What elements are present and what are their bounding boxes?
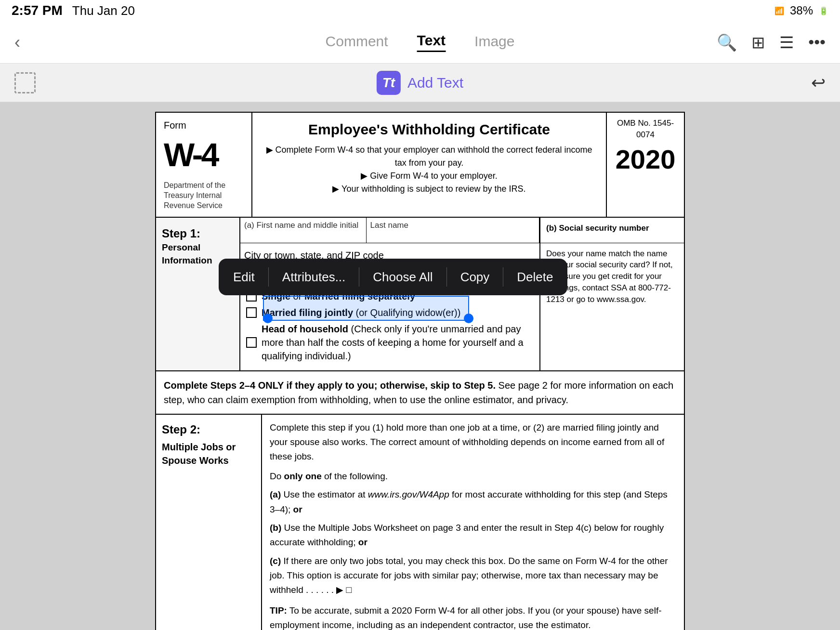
w4-main-title: Employee's Withholding Certificate xyxy=(262,119,596,140)
w4-number: W-4 xyxy=(164,132,244,178)
omb-text: OMB No. 1545-0074 xyxy=(612,118,679,141)
step2-section: Step 2: Multiple Jobs or Spouse Works Co… xyxy=(155,415,685,630)
battery-icon: 🔋 xyxy=(819,6,828,15)
name-fields-row: (a) First name and middle initial Last n… xyxy=(240,218,684,243)
copy-button[interactable]: Copy xyxy=(449,263,501,290)
status-bar: 2:57 PM Thu Jan 20 📶 38% 🔋 xyxy=(0,0,840,21)
filing-option-3[interactable]: Head of household (Check only if you're … xyxy=(246,322,534,363)
w4-logo-section: Form W-4 Department of the Treasury Inte… xyxy=(156,113,252,217)
add-text-label[interactable]: Add Text xyxy=(407,75,463,91)
toolbar-left: ‹ xyxy=(14,32,20,52)
last-name-value[interactable] xyxy=(370,231,535,233)
back-button[interactable]: ‹ xyxy=(14,32,20,52)
checkbox-married-jointly[interactable] xyxy=(246,307,257,318)
w4-year-section: OMB No. 1545-0074 2020 xyxy=(607,113,684,217)
w4-title-section: Employee's Withholding Certificate ▶ Com… xyxy=(252,113,607,217)
tab-image[interactable]: Image xyxy=(474,33,514,52)
step2-title: Step 2: xyxy=(162,421,255,438)
grid-icon[interactable]: ⊞ xyxy=(751,33,765,52)
step2-content: Complete this step if you (1) hold more … xyxy=(262,415,684,630)
year-number: 2020 xyxy=(612,141,679,178)
text-tool-icon-label: Tt xyxy=(382,75,395,91)
more-icon[interactable]: ••• xyxy=(808,33,826,52)
tab-text[interactable]: Text xyxy=(417,32,446,52)
selection-corner-icon xyxy=(14,72,36,93)
steps-note-text: Complete Steps 2–4 ONLY if they apply to… xyxy=(164,380,673,405)
status-right: 📶 38% 🔋 xyxy=(774,4,828,17)
step2-opt-b: (b) Use the Multiple Jobs Worksheet on p… xyxy=(270,521,676,550)
menu-divider-1 xyxy=(268,267,269,287)
w4-document: Form W-4 Department of the Treasury Inte… xyxy=(155,112,685,630)
tab-comment[interactable]: Comment xyxy=(326,33,388,52)
menu-divider-2 xyxy=(359,267,359,287)
first-name-value[interactable] xyxy=(244,231,362,233)
add-text-center: Tt Add Text xyxy=(377,71,463,95)
battery-indicator: 38% xyxy=(790,4,813,17)
w4-instruction-1: ▶ Complete Form W-4 so that your employe… xyxy=(262,144,596,170)
form-label: Form xyxy=(164,118,244,132)
document-area: Form W-4 Department of the Treasury Inte… xyxy=(0,102,840,630)
ssn-field: (b) Social security number xyxy=(539,218,684,243)
choose-all-button[interactable]: Choose All xyxy=(361,263,444,290)
add-text-bar: Tt Add Text ↩ xyxy=(0,64,840,102)
step2-do-text: Do only one of the following. xyxy=(270,469,676,484)
list-icon[interactable]: ☰ xyxy=(779,33,794,52)
tab-group: Comment Text Image xyxy=(326,32,515,52)
status-time: 2:57 PM xyxy=(12,3,63,18)
step2-opt-a: (a) Use the estimator at www.irs.gov/W4A… xyxy=(270,487,676,517)
step2-label-box: Step 2: Multiple Jobs or Spouse Works xyxy=(156,415,262,630)
attributes-button[interactable]: Attributes... xyxy=(271,263,357,290)
w4-instruction-2: ▶ Give Form W-4 to your employer. xyxy=(262,170,596,183)
selection-handle-right[interactable] xyxy=(464,314,473,323)
toolbar: ‹ Comment Text Image 🔍 ⊞ ☰ ••• xyxy=(0,21,840,64)
edit-button[interactable]: Edit xyxy=(222,263,266,290)
filing-option-3-label: Head of household (Check only if you're … xyxy=(262,322,534,363)
field-b-label: (b) Social security number xyxy=(546,223,678,234)
undo-button[interactable]: ↩ xyxy=(811,73,826,93)
delete-button[interactable]: Delete xyxy=(505,263,564,290)
step1-title: Step 1: xyxy=(162,225,200,242)
add-text-icon: Tt xyxy=(377,71,401,95)
status-date: Thu Jan 20 xyxy=(72,3,135,18)
first-name-field: (a) First name and middle initial xyxy=(240,218,367,243)
step2-intro: Complete this step if you (1) hold more … xyxy=(270,420,676,464)
w4-header: Form W-4 Department of the Treasury Inte… xyxy=(155,112,685,218)
status-left: 2:57 PM Thu Jan 20 xyxy=(12,3,135,18)
w4-department: Department of the Treasury Internal Reve… xyxy=(164,181,244,210)
step2-tip: TIP: To be accurate, submit a 2020 Form … xyxy=(270,604,676,630)
field-a-label: (a) First name and middle initial xyxy=(244,220,362,231)
last-name-label: Last name xyxy=(370,220,535,231)
step2-opt-c: (c) If there are only two jobs total, yo… xyxy=(270,554,676,598)
menu-divider-4 xyxy=(503,267,503,287)
search-icon[interactable]: 🔍 xyxy=(717,33,737,52)
wifi-icon: 📶 xyxy=(774,6,784,15)
selection-handle-left[interactable] xyxy=(263,314,273,323)
last-name-field: Last name xyxy=(367,218,539,243)
selection-highlight xyxy=(263,296,469,321)
toolbar-right: 🔍 ⊞ ☰ ••• xyxy=(717,33,826,52)
menu-divider-3 xyxy=(446,267,447,287)
context-menu: Edit Attributes... Choose All Copy Delet… xyxy=(219,259,567,295)
steps-complete-note: Complete Steps 2–4 ONLY if they apply to… xyxy=(155,371,685,415)
checkbox-head-of-household[interactable] xyxy=(246,337,257,348)
w4-instruction-3: ▶ Your withholding is subject to review … xyxy=(262,183,596,196)
step2-subtitle: Multiple Jobs or Spouse Works xyxy=(162,440,255,467)
